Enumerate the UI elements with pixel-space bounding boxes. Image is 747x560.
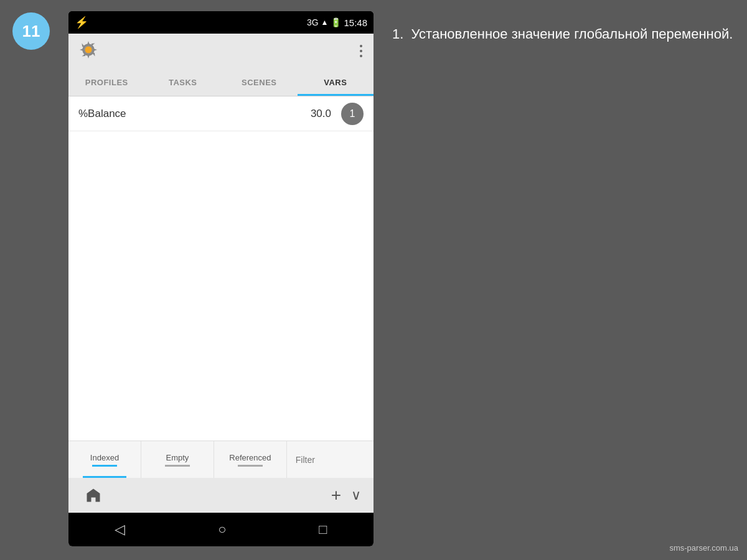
battery-icon: 🔋 (331, 17, 341, 27)
tab-vars[interactable]: VARS (298, 68, 374, 96)
variable-list: %Balance 30.0 1 (68, 96, 374, 441)
step-badge: 11 (12, 12, 50, 50)
variable-badge: 1 (341, 103, 364, 125)
filter-bar: Indexed Empty Referenced (68, 441, 374, 478)
filter-indexed-underline (92, 465, 117, 467)
status-bar: ⚡ 3G ▲ 🔋 15:48 (68, 11, 374, 34)
recents-button[interactable]: □ (319, 521, 327, 538)
add-button[interactable]: + (331, 485, 341, 505)
instruction-area: 1. Установленное значение глобальной пер… (392, 25, 735, 44)
filter-indexed[interactable]: Indexed (68, 441, 141, 478)
variable-name: %Balance (78, 108, 311, 120)
back-button[interactable]: ◁ (115, 521, 125, 538)
home-icon[interactable] (81, 483, 106, 508)
status-bar-left: ⚡ (75, 16, 88, 29)
phone-container: ⚡ 3G ▲ 🔋 15:48 (68, 11, 374, 546)
watermark: sms-parser.com.ua (669, 543, 738, 553)
home-button[interactable]: ○ (218, 521, 226, 538)
tabs-bar: PROFILES TASKS SCENES VARS (68, 68, 374, 96)
filter-empty-underline (165, 465, 190, 467)
table-row[interactable]: %Balance 30.0 1 (68, 96, 374, 131)
signal-icon: ▲ (321, 18, 329, 27)
app-toolbar (68, 34, 374, 68)
tab-scenes[interactable]: SCENES (221, 68, 298, 96)
status-bar-right: 3G ▲ 🔋 15:48 (307, 17, 367, 28)
filter-empty[interactable]: Empty (141, 441, 214, 478)
tab-tasks[interactable]: TASKS (145, 68, 222, 96)
filter-input[interactable] (296, 455, 365, 465)
android-nav: ◁ ○ □ (68, 513, 374, 546)
filter-empty-label: Empty (166, 453, 189, 462)
svg-point-2 (85, 47, 92, 53)
gear-icon (77, 39, 102, 63)
status-time: 15:48 (344, 17, 367, 28)
menu-icon[interactable] (357, 42, 365, 60)
app-content: PROFILES TASKS SCENES VARS %Balance 30.0… (68, 34, 374, 546)
instruction-text: 1. Установленное значение глобальной пер… (392, 25, 735, 44)
filter-input-container[interactable] (287, 441, 374, 478)
filter-referenced[interactable]: Referenced (214, 441, 287, 478)
network-indicator: 3G (307, 17, 319, 27)
filter-indexed-label: Indexed (90, 453, 119, 462)
filter-referenced-underline (238, 465, 263, 467)
action-bar: + ∨ (68, 478, 374, 513)
filter-referenced-label: Referenced (229, 453, 271, 462)
expand-icon[interactable]: ∨ (351, 487, 361, 503)
tab-profiles[interactable]: PROFILES (68, 68, 145, 96)
lightning-icon: ⚡ (75, 16, 88, 29)
variable-value: 30.0 (311, 108, 331, 120)
